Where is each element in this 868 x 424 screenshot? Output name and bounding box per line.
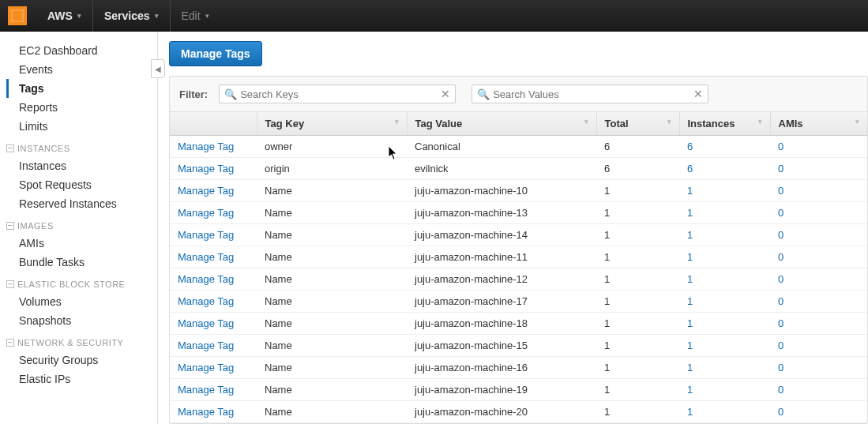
cell-tag-value: juju-amazon-machine-18 — [407, 313, 596, 335]
cell-total: 6 — [596, 158, 679, 180]
chevron-down-icon: ▾ — [205, 12, 209, 20]
cell-instances-link[interactable]: 6 — [687, 141, 693, 152]
nav-edit[interactable]: Edit ▾ — [171, 0, 220, 32]
col-instances[interactable]: Instances▾ — [679, 112, 770, 136]
table-row[interactable]: Manage TagNamejuju-amazon-machine-16110 — [170, 357, 867, 379]
cell-amis-link[interactable]: 0 — [778, 273, 783, 285]
manage-tag-link[interactable]: Manage Tag — [178, 317, 234, 329]
cell-amis-link[interactable]: 0 — [778, 406, 783, 418]
cell-instances-link[interactable]: 1 — [687, 273, 693, 285]
aws-logo-icon[interactable] — [8, 6, 27, 25]
search-keys-input[interactable] — [240, 88, 441, 100]
cell-tag-key: Name — [257, 401, 407, 423]
sidebar-group-images[interactable]: −IMAGES — [6, 213, 157, 234]
manage-tag-link[interactable]: Manage Tag — [178, 229, 234, 241]
sidebar-item-bundle-tasks[interactable]: Bundle Tasks — [6, 253, 157, 272]
cell-instances-link[interactable]: 1 — [687, 295, 693, 307]
sidebar-item-ec2-dashboard[interactable]: EC2 Dashboard — [6, 41, 157, 60]
search-values-input[interactable] — [493, 88, 693, 100]
sidebar-group-elastic-block-store[interactable]: −ELASTIC BLOCK STORE — [6, 272, 157, 292]
cell-instances-link[interactable]: 1 — [687, 207, 693, 219]
cell-amis-link[interactable]: 0 — [778, 317, 783, 329]
col-total[interactable]: Total▾ — [596, 112, 679, 136]
cell-instances-link[interactable]: 1 — [687, 317, 693, 329]
cell-instances-link[interactable]: 1 — [687, 340, 693, 351]
manage-tag-link[interactable]: Manage Tag — [178, 295, 234, 307]
sidebar-item-tags[interactable]: Tags — [6, 79, 157, 98]
table-row[interactable]: Manage TagNamejuju-amazon-machine-17110 — [170, 291, 867, 313]
nav-brand[interactable]: AWS ▾ — [36, 0, 92, 32]
sidebar-item-amis[interactable]: AMIs — [6, 234, 157, 253]
table-row[interactable]: Manage TagNamejuju-amazon-machine-10110 — [170, 180, 867, 202]
sidebar-item-limits[interactable]: Limits — [6, 117, 157, 136]
cell-tag-key: origin — [257, 158, 407, 180]
manage-tags-button[interactable]: Manage Tags — [169, 41, 262, 66]
cell-amis-link[interactable]: 0 — [778, 229, 783, 241]
manage-tag-link[interactable]: Manage Tag — [178, 251, 234, 263]
table-row[interactable]: Manage TagNamejuju-amazon-machine-19110 — [170, 379, 867, 401]
sidebar-group-instances[interactable]: −INSTANCES — [6, 136, 157, 156]
cell-instances-link[interactable]: 1 — [687, 362, 693, 373]
table-row[interactable]: Manage TagownerCanonical660 — [170, 136, 867, 158]
sidebar-item-instances[interactable]: Instances — [6, 156, 157, 175]
cell-amis-link[interactable]: 0 — [778, 163, 783, 174]
sidebar-item-volumes[interactable]: Volumes — [6, 292, 157, 311]
nav-services[interactable]: Services ▾ — [93, 0, 170, 32]
cell-amis-link[interactable]: 0 — [778, 141, 783, 152]
manage-tag-link[interactable]: Manage Tag — [178, 384, 234, 396]
sidebar-item-spot-requests[interactable]: Spot Requests — [6, 175, 157, 194]
manage-tag-link[interactable]: Manage Tag — [178, 406, 234, 418]
search-values-box[interactable]: 🔍 ✕ — [472, 84, 708, 103]
table-row[interactable]: Manage TagNamejuju-amazon-machine-14110 — [170, 224, 867, 246]
cell-instances-link[interactable]: 6 — [687, 163, 693, 174]
cell-amis-link[interactable]: 0 — [778, 207, 783, 219]
table-row[interactable]: Manage TagNamejuju-amazon-machine-15110 — [170, 335, 867, 357]
manage-tag-link[interactable]: Manage Tag — [178, 273, 234, 285]
cell-instances-link[interactable]: 1 — [687, 406, 693, 418]
sidebar-item-security-groups[interactable]: Security Groups — [6, 351, 157, 370]
cell-amis-link[interactable]: 0 — [778, 251, 783, 263]
clear-icon[interactable]: ✕ — [441, 88, 450, 100]
manage-tag-link[interactable]: Manage Tag — [178, 163, 234, 174]
cell-instances-link[interactable]: 1 — [687, 229, 693, 241]
search-keys-box[interactable]: 🔍 ✕ — [219, 84, 456, 103]
sidebar-item-events[interactable]: Events — [6, 60, 157, 79]
sidebar-item-reserved-instances[interactable]: Reserved Instances — [6, 194, 157, 213]
table-row[interactable]: Manage TagNamejuju-amazon-machine-20110 — [170, 401, 867, 423]
cell-instances-link[interactable]: 1 — [687, 251, 693, 263]
sidebar-item-elastic-ips[interactable]: Elastic IPs — [6, 370, 157, 388]
col-amis[interactable]: AMIs▾ — [770, 112, 867, 136]
sidebar-item-reports[interactable]: Reports — [6, 98, 157, 117]
cell-amis-link[interactable]: 0 — [778, 295, 783, 307]
cell-amis-link[interactable]: 0 — [778, 185, 783, 197]
col-tag-key[interactable]: Tag Key▾ — [257, 112, 407, 136]
cell-amis-link[interactable]: 0 — [778, 362, 783, 373]
sidebar-group-network-security[interactable]: −NETWORK & SECURITY — [6, 330, 157, 351]
manage-tag-link[interactable]: Manage Tag — [178, 362, 234, 373]
tags-panel: Filter: 🔍 ✕ 🔍 ✕ Tag Key▾ Tag — [169, 76, 868, 424]
cell-tag-value: juju-amazon-machine-12 — [407, 268, 596, 291]
table-row[interactable]: Manage TagNamejuju-amazon-machine-11110 — [170, 246, 867, 268]
manage-tag-link[interactable]: Manage Tag — [178, 207, 234, 219]
cell-tag-key: Name — [257, 180, 407, 202]
col-tag-value[interactable]: Tag Value▾ — [407, 112, 596, 136]
cell-instances-link[interactable]: 1 — [687, 185, 693, 197]
table-row[interactable]: Manage TagNamejuju-amazon-machine-13110 — [170, 202, 867, 224]
cell-tag-key: Name — [257, 224, 407, 246]
clear-icon[interactable]: ✕ — [693, 88, 703, 100]
collapse-icon: − — [6, 222, 14, 230]
table-row[interactable]: Manage Tagoriginevilnick660 — [170, 158, 867, 180]
sidebar-collapse-handle[interactable]: ◀ — [151, 59, 165, 78]
cell-total: 1 — [596, 313, 679, 335]
table-row[interactable]: Manage TagNamejuju-amazon-machine-18110 — [170, 313, 867, 335]
manage-tag-link[interactable]: Manage Tag — [178, 185, 234, 197]
sidebar-item-snapshots[interactable]: Snapshots — [6, 311, 157, 330]
manage-tag-link[interactable]: Manage Tag — [178, 340, 234, 351]
manage-tag-link[interactable]: Manage Tag — [178, 141, 234, 152]
cell-amis-link[interactable]: 0 — [778, 340, 783, 351]
cell-amis-link[interactable]: 0 — [778, 384, 783, 396]
table-row[interactable]: Manage TagNamejuju-amazon-machine-12110 — [170, 268, 867, 291]
col-manage[interactable] — [170, 112, 257, 136]
cell-instances-link[interactable]: 1 — [687, 384, 693, 396]
cell-tag-value: juju-amazon-machine-13 — [407, 202, 596, 224]
